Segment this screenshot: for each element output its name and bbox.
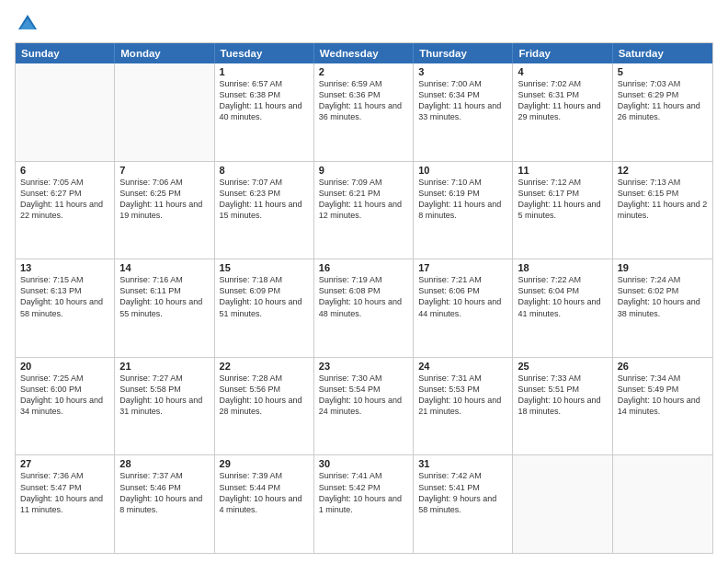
day-number: 22 <box>220 361 309 372</box>
day-number: 27 <box>20 458 109 469</box>
day-number: 2 <box>319 66 408 77</box>
day-cell-1: 1Sunrise: 6:57 AM Sunset: 6:38 PM Daylig… <box>215 63 314 161</box>
logo-icon <box>15 11 40 37</box>
day-cell-3: 3Sunrise: 7:00 AM Sunset: 6:34 PM Daylig… <box>414 63 513 161</box>
day-cell-15: 15Sunrise: 7:18 AM Sunset: 6:09 PM Dayli… <box>215 259 314 357</box>
day-number: 19 <box>618 262 708 273</box>
day-info: Sunrise: 7:15 AM Sunset: 6:13 PM Dayligh… <box>20 274 109 319</box>
day-info: Sunrise: 7:12 AM Sunset: 6:17 PM Dayligh… <box>518 177 607 222</box>
day-info: Sunrise: 7:13 AM Sunset: 6:15 PM Dayligh… <box>618 177 708 222</box>
calendar-row-0: 1Sunrise: 6:57 AM Sunset: 6:38 PM Daylig… <box>16 63 712 161</box>
calendar-header: SundayMondayTuesdayWednesdayThursdayFrid… <box>16 43 712 63</box>
day-info: Sunrise: 7:05 AM Sunset: 6:27 PM Dayligh… <box>20 177 109 222</box>
day-cell-8: 8Sunrise: 7:07 AM Sunset: 6:23 PM Daylig… <box>215 162 314 259</box>
day-number: 28 <box>119 458 209 469</box>
day-cell-23: 23Sunrise: 7:30 AM Sunset: 5:54 PM Dayli… <box>314 358 414 455</box>
day-cell-31: 31Sunrise: 7:42 AM Sunset: 5:41 PM Dayli… <box>414 455 513 553</box>
day-number: 18 <box>518 262 607 273</box>
day-cell-27: 27Sunrise: 7:36 AM Sunset: 5:47 PM Dayli… <box>16 455 115 553</box>
day-number: 7 <box>119 165 209 176</box>
day-number: 25 <box>518 361 607 372</box>
day-number: 26 <box>618 361 708 372</box>
day-cell-25: 25Sunrise: 7:33 AM Sunset: 5:51 PM Dayli… <box>513 358 612 455</box>
day-number: 14 <box>119 262 209 273</box>
day-cell-30: 30Sunrise: 7:41 AM Sunset: 5:42 PM Dayli… <box>314 455 414 553</box>
header-day-tuesday: Tuesday <box>215 43 314 63</box>
day-info: Sunrise: 7:02 AM Sunset: 6:31 PM Dayligh… <box>518 78 607 123</box>
day-info: Sunrise: 7:42 AM Sunset: 5:41 PM Dayligh… <box>418 470 507 515</box>
day-info: Sunrise: 7:31 AM Sunset: 5:53 PM Dayligh… <box>418 373 507 418</box>
day-cell-28: 28Sunrise: 7:37 AM Sunset: 5:46 PM Dayli… <box>115 455 214 553</box>
day-cell-21: 21Sunrise: 7:27 AM Sunset: 5:58 PM Dayli… <box>115 358 214 455</box>
day-number: 5 <box>618 66 708 77</box>
day-info: Sunrise: 7:27 AM Sunset: 5:58 PM Dayligh… <box>119 373 209 418</box>
day-cell-16: 16Sunrise: 7:19 AM Sunset: 6:08 PM Dayli… <box>314 259 414 357</box>
calendar-row-2: 13Sunrise: 7:15 AM Sunset: 6:13 PM Dayli… <box>16 259 712 357</box>
day-cell-10: 10Sunrise: 7:10 AM Sunset: 6:19 PM Dayli… <box>414 162 513 259</box>
calendar-body: 1Sunrise: 6:57 AM Sunset: 6:38 PM Daylig… <box>16 63 712 553</box>
day-info: Sunrise: 7:37 AM Sunset: 5:46 PM Dayligh… <box>119 470 209 515</box>
day-cell-18: 18Sunrise: 7:22 AM Sunset: 6:04 PM Dayli… <box>513 259 612 357</box>
empty-cell-r4c6 <box>613 455 712 553</box>
day-cell-20: 20Sunrise: 7:25 AM Sunset: 6:00 PM Dayli… <box>16 358 115 455</box>
day-cell-2: 2Sunrise: 6:59 AM Sunset: 6:36 PM Daylig… <box>314 63 414 161</box>
day-info: Sunrise: 7:16 AM Sunset: 6:11 PM Dayligh… <box>119 274 209 319</box>
day-number: 24 <box>418 361 507 372</box>
day-info: Sunrise: 7:19 AM Sunset: 6:08 PM Dayligh… <box>319 274 408 319</box>
day-number: 30 <box>319 458 408 469</box>
day-number: 6 <box>20 165 109 176</box>
day-number: 8 <box>220 165 309 176</box>
day-info: Sunrise: 7:24 AM Sunset: 6:02 PM Dayligh… <box>618 274 708 319</box>
day-number: 23 <box>319 361 408 372</box>
empty-cell-r0c1 <box>115 63 214 161</box>
day-number: 29 <box>220 458 309 469</box>
day-number: 20 <box>20 361 109 372</box>
day-cell-12: 12Sunrise: 7:13 AM Sunset: 6:15 PM Dayli… <box>613 162 712 259</box>
day-number: 16 <box>319 262 408 273</box>
calendar-row-1: 6Sunrise: 7:05 AM Sunset: 6:27 PM Daylig… <box>16 161 712 259</box>
day-cell-22: 22Sunrise: 7:28 AM Sunset: 5:56 PM Dayli… <box>215 358 314 455</box>
day-info: Sunrise: 7:03 AM Sunset: 6:29 PM Dayligh… <box>618 78 708 123</box>
day-cell-29: 29Sunrise: 7:39 AM Sunset: 5:44 PM Dayli… <box>215 455 314 553</box>
day-number: 9 <box>319 165 408 176</box>
header-day-wednesday: Wednesday <box>314 43 414 63</box>
logo <box>15 11 44 37</box>
day-cell-5: 5Sunrise: 7:03 AM Sunset: 6:29 PM Daylig… <box>613 63 712 161</box>
day-info: Sunrise: 6:57 AM Sunset: 6:38 PM Dayligh… <box>220 78 309 123</box>
calendar-row-4: 27Sunrise: 7:36 AM Sunset: 5:47 PM Dayli… <box>16 454 712 553</box>
day-info: Sunrise: 7:06 AM Sunset: 6:25 PM Dayligh… <box>119 177 209 222</box>
day-info: Sunrise: 7:30 AM Sunset: 5:54 PM Dayligh… <box>319 373 408 418</box>
header-day-sunday: Sunday <box>16 43 115 63</box>
day-cell-9: 9Sunrise: 7:09 AM Sunset: 6:21 PM Daylig… <box>314 162 414 259</box>
day-info: Sunrise: 6:59 AM Sunset: 6:36 PM Dayligh… <box>319 78 408 123</box>
day-info: Sunrise: 7:33 AM Sunset: 5:51 PM Dayligh… <box>518 373 607 418</box>
day-number: 3 <box>418 66 507 77</box>
day-number: 17 <box>418 262 507 273</box>
day-cell-7: 7Sunrise: 7:06 AM Sunset: 6:25 PM Daylig… <box>115 162 214 259</box>
day-number: 13 <box>20 262 109 273</box>
empty-cell-r4c5 <box>513 455 612 553</box>
day-number: 4 <box>518 66 607 77</box>
day-info: Sunrise: 7:21 AM Sunset: 6:06 PM Dayligh… <box>418 274 507 319</box>
day-number: 21 <box>119 361 209 372</box>
header-day-friday: Friday <box>513 43 612 63</box>
day-number: 31 <box>418 458 507 469</box>
empty-cell-r0c0 <box>16 63 115 161</box>
day-info: Sunrise: 7:07 AM Sunset: 6:23 PM Dayligh… <box>220 177 309 222</box>
day-info: Sunrise: 7:36 AM Sunset: 5:47 PM Dayligh… <box>20 470 109 515</box>
day-number: 11 <box>518 165 607 176</box>
day-info: Sunrise: 7:39 AM Sunset: 5:44 PM Dayligh… <box>220 470 309 515</box>
day-cell-11: 11Sunrise: 7:12 AM Sunset: 6:17 PM Dayli… <box>513 162 612 259</box>
day-info: Sunrise: 7:10 AM Sunset: 6:19 PM Dayligh… <box>418 177 507 222</box>
day-info: Sunrise: 7:18 AM Sunset: 6:09 PM Dayligh… <box>220 274 309 319</box>
day-number: 15 <box>220 262 309 273</box>
header-day-saturday: Saturday <box>613 43 712 63</box>
day-cell-26: 26Sunrise: 7:34 AM Sunset: 5:49 PM Dayli… <box>613 358 712 455</box>
day-info: Sunrise: 7:28 AM Sunset: 5:56 PM Dayligh… <box>220 373 309 418</box>
calendar: SundayMondayTuesdayWednesdayThursdayFrid… <box>15 42 713 554</box>
day-cell-17: 17Sunrise: 7:21 AM Sunset: 6:06 PM Dayli… <box>414 259 513 357</box>
page-header <box>15 11 713 37</box>
day-cell-4: 4Sunrise: 7:02 AM Sunset: 6:31 PM Daylig… <box>513 63 612 161</box>
day-info: Sunrise: 7:41 AM Sunset: 5:42 PM Dayligh… <box>319 470 408 515</box>
header-day-thursday: Thursday <box>414 43 513 63</box>
